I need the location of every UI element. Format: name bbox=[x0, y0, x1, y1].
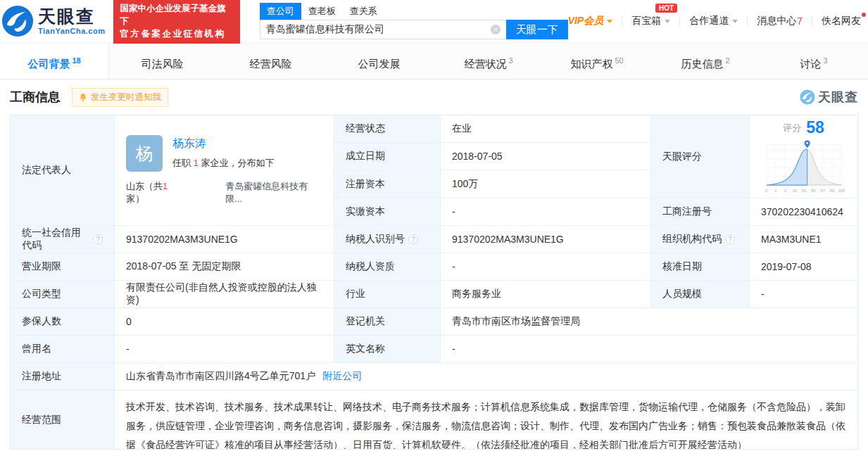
label-text: 营业期限 bbox=[22, 260, 61, 273]
company-tabbar: 公司背景18 司法风险 经营风险 公司发展 经营状况3 知识产权50 历史信息2… bbox=[0, 42, 868, 80]
field-value-taxpayer-quality: - bbox=[441, 253, 651, 281]
legal-rep-name-link[interactable]: 杨东涛 bbox=[172, 136, 274, 151]
value-text: - bbox=[452, 343, 455, 355]
nearby-companies-link[interactable]: 附近公司 bbox=[322, 370, 362, 383]
divider bbox=[679, 16, 680, 26]
tianyan-score-panel[interactable]: 评分 58 bbox=[750, 115, 857, 198]
watermark-logo: 天眼查 bbox=[800, 89, 858, 106]
tab-operating-risk[interactable]: 经营风险 bbox=[218, 43, 326, 79]
field-label-operating-status: 经营状态 bbox=[334, 115, 441, 143]
region-count: 1 bbox=[163, 181, 168, 191]
svg-text:99: 99 bbox=[829, 189, 834, 193]
notify-change-button[interactable]: 发生变更时通知我 bbox=[72, 88, 168, 107]
value-text: 370202230410624 bbox=[761, 206, 843, 217]
help-icon[interactable] bbox=[725, 234, 735, 244]
help-icon[interactable] bbox=[93, 234, 103, 244]
field-value-business-term: 2018-07-05 至 无固定期限 bbox=[115, 253, 334, 281]
value-text: 2018-07-05 bbox=[452, 151, 503, 162]
field-value-english-name: - bbox=[441, 336, 857, 363]
related-company-link[interactable]: 青岛蜜罐信息科技有限... bbox=[225, 180, 322, 205]
field-value-business-scope: 技术开发、技术咨询、技术服务、技术成果转让、网络技术、电子商务技术服务；计算机信… bbox=[115, 390, 857, 449]
section-header: 工商信息 发生变更时通知我 天眼查 bbox=[0, 80, 868, 115]
tab-label: 知识产权 bbox=[570, 58, 612, 70]
search-tab-relation[interactable]: 查关系 bbox=[343, 3, 384, 20]
label-text: 核准日期 bbox=[662, 260, 702, 273]
tenure-text: 任职 1 家企业，分布如下 bbox=[172, 157, 274, 170]
svg-text:50: 50 bbox=[801, 189, 805, 193]
label-text: 登记机关 bbox=[346, 315, 385, 328]
label-text: 人员规模 bbox=[662, 288, 702, 300]
tab-count: 18 bbox=[72, 56, 80, 65]
tenure-suffix: 家企业，分布如下 bbox=[201, 158, 274, 168]
label-text: 参保人数 bbox=[22, 315, 61, 328]
value-text: 100万 bbox=[452, 178, 478, 191]
site-header: 天眼查 TianYanCha.com 国家中小企业发展子基金旗下 官方备案企业征… bbox=[0, 0, 868, 42]
svg-text:3: 3 bbox=[784, 189, 786, 193]
tab-company-development[interactable]: 公司发展 bbox=[326, 43, 434, 79]
tab-label: 经营状况 bbox=[464, 58, 506, 70]
value-text: 有限责任公司(非自然人投资或控股的法人独资) bbox=[126, 281, 322, 307]
field-label-establish-date: 成立日期 bbox=[334, 143, 441, 170]
bell-icon bbox=[79, 93, 87, 102]
label-text: 成立日期 bbox=[346, 150, 385, 163]
field-label-industry: 行业 bbox=[334, 281, 441, 308]
search-module: 查公司 查老板 查关系 天眼一下 bbox=[260, 3, 568, 39]
help-icon[interactable] bbox=[408, 234, 418, 244]
value-text: - bbox=[126, 343, 130, 355]
nav-cooperation[interactable]: 合作通道 bbox=[689, 15, 738, 27]
nav-vip[interactable]: VIP会员 bbox=[568, 15, 613, 27]
nav-messages[interactable]: 消息中心 7 bbox=[757, 15, 803, 27]
section-title: 工商信息 bbox=[10, 89, 61, 106]
field-label-reg-capital: 注册资本 bbox=[334, 170, 441, 198]
svg-text:15: 15 bbox=[792, 189, 796, 193]
nav-toolbox[interactable]: HOT 百宝箱 bbox=[631, 15, 670, 27]
value-text: - bbox=[452, 206, 455, 217]
tenure-count: 1 bbox=[194, 158, 199, 168]
value-text: 2018-07-05 至 无固定期限 bbox=[126, 260, 241, 273]
label-text: 注册资本 bbox=[346, 178, 385, 191]
tianyancha-logo[interactable]: 天眼查 TianYanCha.com bbox=[1, 5, 105, 37]
nav-user[interactable]: 佚名网友 bbox=[822, 15, 861, 27]
field-value-reg-capital: 100万 bbox=[441, 170, 651, 198]
field-value-approval-date: 2019-07-08 bbox=[750, 253, 857, 281]
label-text: 行业 bbox=[346, 288, 365, 300]
value-text: 0 bbox=[126, 316, 132, 327]
certification-badge: 国家中小企业发展子基金旗下 官方备案企业征信机构 bbox=[113, 0, 239, 44]
cert-line1: 国家中小企业发展子基金旗下 bbox=[120, 2, 233, 27]
search-tab-boss[interactable]: 查老板 bbox=[301, 3, 343, 20]
tab-discussion[interactable]: 讨论3 bbox=[760, 43, 868, 79]
search-input[interactable] bbox=[260, 20, 506, 39]
label-text: 公司类型 bbox=[22, 288, 61, 300]
tab-intellectual-property[interactable]: 知识产权50 bbox=[543, 43, 651, 79]
value-text: - bbox=[452, 261, 455, 272]
value-text: 91370202MA3M3UNE1G bbox=[126, 234, 238, 245]
watermark-text: 天眼查 bbox=[818, 89, 858, 106]
field-label-business-term: 营业期限 bbox=[11, 253, 115, 281]
label-text: 组织机构代码 bbox=[662, 233, 722, 246]
search-button[interactable]: 天眼一下 bbox=[506, 20, 568, 39]
clear-search-icon[interactable] bbox=[491, 25, 501, 34]
divider bbox=[812, 16, 812, 26]
field-value-taxpayer-id: 91370202MA3M3UNE1G bbox=[441, 226, 651, 253]
search-tabs: 查公司 查老板 查关系 bbox=[260, 3, 568, 20]
field-label-insured-count: 参保人数 bbox=[11, 308, 115, 336]
value-text: 91370202MA3M3UNE1G bbox=[452, 234, 564, 245]
field-label-credit-code: 统一社会信用代码 bbox=[11, 226, 115, 253]
vip-label: VIP会员 bbox=[568, 15, 604, 27]
chevron-down-icon bbox=[665, 20, 670, 23]
chevron-down-icon bbox=[732, 20, 738, 23]
label-text: 曾用名 bbox=[22, 343, 51, 355]
tab-operating-status[interactable]: 经营状况3 bbox=[434, 43, 543, 79]
tab-judicial-risk[interactable]: 司法风险 bbox=[109, 43, 218, 79]
score-caption: 评分 bbox=[783, 122, 801, 134]
avatar[interactable]: 杨 bbox=[126, 135, 163, 172]
field-label-staff-size: 人员规模 bbox=[651, 281, 750, 308]
search-tab-company[interactable]: 查公司 bbox=[260, 3, 301, 20]
brand-name: 天眼查 bbox=[38, 8, 105, 25]
svg-text:1: 1 bbox=[774, 189, 776, 193]
field-value-paid-capital: - bbox=[441, 198, 651, 226]
tab-history-info[interactable]: 历史信息2 bbox=[651, 43, 760, 79]
field-value-former-name: - bbox=[115, 336, 334, 363]
tab-company-background[interactable]: 公司背景18 bbox=[0, 43, 109, 79]
messages-label: 消息中心 bbox=[757, 15, 796, 27]
